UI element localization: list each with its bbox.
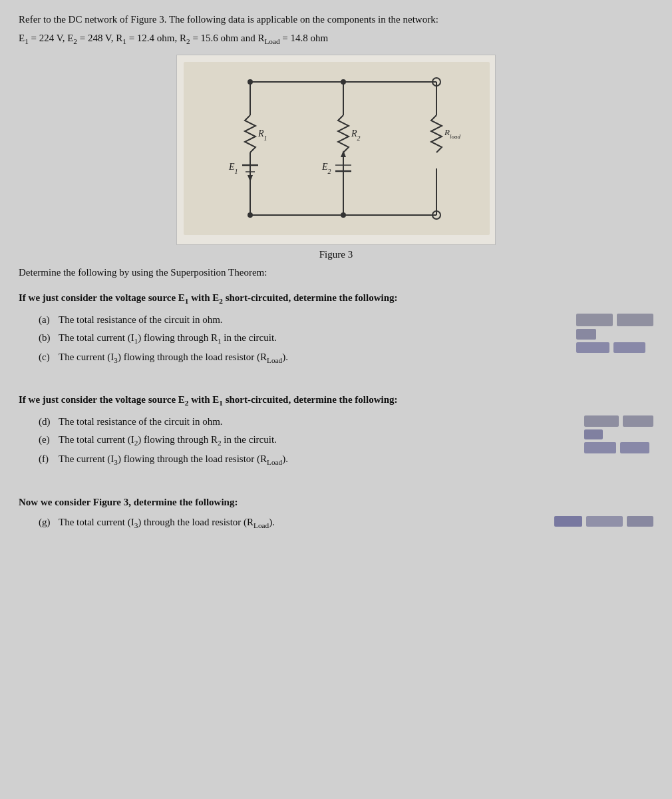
answer-box-f1: [584, 442, 616, 453]
question-d: (d) The total resistance of the circuit …: [39, 414, 584, 429]
qb-label: (b): [39, 330, 59, 346]
question-f: (f) The current (I3) flowing through the…: [39, 451, 584, 468]
answer-box-c2: [613, 342, 645, 353]
svg-point-21: [248, 79, 253, 85]
params-line: E1 = 224 V, E2 = 248 V, R1 = 12.4 ohm, R…: [19, 33, 653, 45]
qa-text: The total resistance of the circuit in o…: [59, 312, 576, 328]
qd-label: (d): [39, 414, 59, 429]
qc-text: The current (I3) flowing through the loa…: [59, 350, 576, 366]
answer-box-f2: [620, 442, 649, 453]
qg-text: The total current (I3) through the load …: [59, 515, 554, 531]
section2: If we just consider the voltage source E…: [19, 392, 653, 483]
section3-heading: Now we consider Figure 3, determine the …: [19, 495, 653, 510]
superposition-intro: Determine the following by using the Sup…: [19, 267, 653, 278]
qe-label: (e): [39, 432, 59, 447]
question-e: (e) The total current (I2) flowing throu…: [39, 432, 584, 449]
answer-box-g2: [586, 516, 623, 527]
answer-row-b: [576, 329, 653, 340]
section2-heading: If we just consider the voltage source E…: [19, 392, 653, 409]
svg-point-22: [341, 79, 346, 85]
answer-box-d2: [623, 415, 653, 427]
answer-row-c: [576, 342, 653, 353]
intro-text: Refer to the DC network of Figure 3. The…: [19, 14, 438, 25]
question-b: (b) The total current (I1) flowing throu…: [39, 330, 576, 347]
section1-answers: [576, 314, 653, 353]
answer-row-d: [584, 415, 653, 427]
section1: If we just consider the voltage source E…: [19, 290, 653, 382]
qc-label: (c): [39, 350, 59, 365]
section1-heading: If we just consider the voltage source E…: [19, 290, 653, 307]
section2-questions: (d) The total resistance of the circuit …: [39, 414, 584, 470]
figure-caption: Figure 3: [19, 249, 653, 260]
answer-row-g: [554, 516, 653, 527]
circuit-diagram-wrapper: R1 R2 Rload E1 E2: [19, 55, 653, 245]
answer-box-b1: [576, 329, 596, 340]
section3-answers: [554, 516, 653, 527]
circuit-svg: R1 R2 Rload E1 E2: [184, 62, 490, 235]
section3: Now we consider Figure 3, determine the …: [19, 495, 653, 547]
svg-point-24: [248, 212, 253, 218]
qf-text: The current (I3) flowing through the loa…: [59, 451, 584, 468]
answer-box-d1: [584, 415, 619, 427]
answer-box-g1: [554, 516, 582, 527]
question-g: (g) The total current (I3) through the l…: [39, 515, 554, 531]
section2-answers: [584, 415, 653, 453]
section1-questions: (a) The total resistance of the circuit …: [39, 312, 576, 368]
answer-row-e: [584, 429, 653, 439]
answer-box-c1: [576, 342, 609, 353]
qe-text: The total current (I2) flowing through R…: [59, 432, 584, 449]
answer-box-e1: [584, 429, 603, 439]
answer-box-g3: [627, 516, 653, 527]
intro-paragraph: Refer to the DC network of Figure 3. The…: [19, 12, 653, 27]
answer-box-a2: [617, 314, 653, 326]
answer-row-a: [576, 314, 653, 326]
qd-text: The total resistance of the circuit in o…: [59, 414, 584, 429]
answer-row-f: [584, 442, 653, 453]
section3-questions: (g) The total current (I3) through the l…: [39, 515, 554, 534]
qa-label: (a): [39, 312, 59, 328]
qf-label: (f): [39, 451, 59, 467]
answer-box-a1: [576, 314, 613, 326]
svg-rect-0: [184, 62, 490, 235]
question-a: (a) The total resistance of the circuit …: [39, 312, 576, 328]
question-c: (c) The current (I3) flowing through the…: [39, 350, 576, 366]
qb-text: The total current (I1) flowing through R…: [59, 330, 576, 347]
svg-point-23: [341, 212, 346, 218]
qg-label: (g): [39, 515, 59, 530]
circuit-diagram: R1 R2 Rload E1 E2: [176, 55, 496, 245]
